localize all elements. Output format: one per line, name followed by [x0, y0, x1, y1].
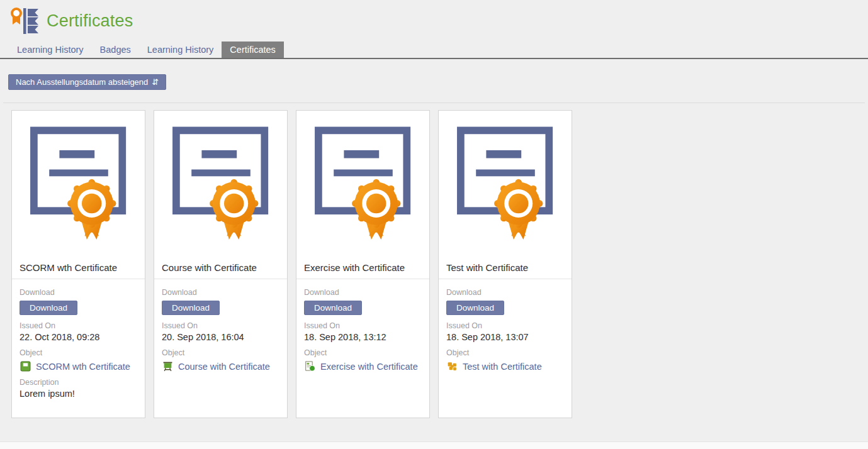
tab-learning-history-2[interactable]: Learning History [139, 42, 222, 58]
download-label: Download [20, 288, 137, 297]
issued-on-value: 22. Oct 2018, 09:28 [20, 332, 137, 342]
page-title: Certificates [47, 11, 133, 31]
certificate-card: Course with Certificate Download Downloa… [154, 110, 288, 418]
footer-strip [0, 441, 868, 449]
object-row: SCORM wth Certificate [20, 361, 137, 372]
certificate-icon [170, 125, 272, 243]
scorm-module-icon [20, 361, 31, 372]
certificate-card-body: Download Download Issued On 22. Oct 2018… [12, 279, 145, 399]
tab-bar: Learning History Badges Learning History… [0, 42, 868, 59]
object-label: Object [446, 348, 564, 357]
object-row: Exercise with Certificate [304, 361, 422, 372]
object-link[interactable]: Test with Certificate [463, 362, 542, 372]
page-header: Certificates [0, 0, 868, 36]
object-label: Object [162, 348, 279, 357]
certificate-card-body: Download Download Issued On 20. Sep 2018… [154, 279, 287, 372]
toolbar-divider [3, 103, 865, 103]
certificate-thumbnail [12, 111, 145, 257]
test-icon [447, 361, 458, 372]
download-button[interactable]: Download [162, 301, 220, 315]
issued-on-label: Issued On [20, 321, 137, 330]
certificate-card-body: Download Download Issued On 18. Sep 2018… [439, 279, 572, 372]
download-label: Download [162, 288, 279, 297]
tab-badges[interactable]: Badges [92, 42, 139, 58]
certificates-header-icon [10, 5, 40, 36]
download-label: Download [446, 288, 564, 297]
sort-button[interactable]: Nach Ausstellungsdatum absteigend ⇵ [8, 74, 166, 90]
certificate-icon [454, 125, 556, 243]
issued-on-value: 18. Sep 2018, 13:12 [304, 332, 422, 342]
download-button[interactable]: Download [20, 301, 77, 315]
certificate-card-title: SCORM wth Certificate [12, 257, 145, 279]
object-row: Test with Certificate [446, 361, 564, 372]
object-link[interactable]: Course with Certificate [178, 362, 270, 372]
issued-on-value: 20. Sep 2018, 16:04 [162, 332, 279, 342]
object-row: Course with Certificate [162, 361, 279, 372]
certificate-card-body: Download Download Issued On 18. Sep 2018… [296, 279, 429, 372]
object-link[interactable]: Exercise with Certificate [320, 362, 418, 372]
object-link[interactable]: SCORM wth Certificate [36, 362, 130, 372]
certificate-thumbnail [296, 111, 429, 257]
certificates-deck: SCORM wth Certificate Download Download … [11, 110, 868, 418]
issued-on-value: 18. Sep 2018, 13:07 [446, 332, 564, 342]
object-label: Object [20, 348, 137, 357]
certificate-thumbnail [439, 111, 572, 257]
certificate-card: SCORM wth Certificate Download Download … [11, 110, 145, 418]
certificate-card: Test with Certificate Download Download … [438, 110, 572, 418]
tab-learning-history-1[interactable]: Learning History [9, 42, 92, 58]
toolbar: Nach Ausstellungsdatum absteigend ⇵ [8, 74, 868, 90]
download-label: Download [304, 288, 422, 297]
course-icon [162, 361, 173, 372]
certificate-card-title: Test with Certificate [439, 257, 572, 279]
certificate-card-title: Course with Certificate [154, 257, 287, 279]
issued-on-label: Issued On [304, 321, 422, 330]
certificate-thumbnail [154, 111, 287, 257]
certificate-icon [312, 125, 414, 243]
issued-on-label: Issued On [446, 321, 564, 330]
certificate-icon [28, 125, 130, 243]
issued-on-label: Issued On [162, 321, 279, 330]
exercise-icon [305, 361, 315, 372]
description-label: Description [20, 378, 137, 387]
object-label: Object [304, 348, 422, 357]
sort-button-label: Nach Ausstellungsdatum absteigend [16, 77, 148, 87]
certificate-card-title: Exercise with Certificate [296, 257, 429, 279]
download-button[interactable]: Download [304, 301, 362, 315]
certificate-card: Exercise with Certificate Download Downl… [296, 110, 430, 418]
tab-certificates[interactable]: Certificates [222, 42, 284, 58]
description-value: Lorem ipsum! [20, 389, 137, 399]
download-button[interactable]: Download [446, 301, 504, 315]
sort-direction-icon: ⇵ [152, 77, 159, 87]
